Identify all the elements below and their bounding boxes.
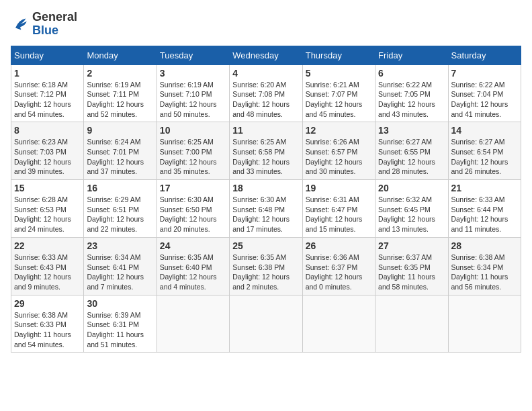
calendar-cell: 25 Sunrise: 6:35 AM Sunset: 6:38 PM Dayl… bbox=[230, 237, 302, 295]
day-info: Sunrise: 6:27 AM Sunset: 6:55 PM Dayligh… bbox=[378, 137, 445, 177]
day-number: 29 bbox=[14, 298, 81, 309]
weekday-header-saturday: Saturday bbox=[448, 46, 521, 64]
day-info: Sunrise: 6:25 AM Sunset: 7:00 PM Dayligh… bbox=[160, 137, 226, 177]
day-number: 10 bbox=[160, 125, 226, 136]
calendar-cell: 7 Sunrise: 6:22 AM Sunset: 7:04 PM Dayli… bbox=[448, 64, 521, 122]
day-info: Sunrise: 6:36 AM Sunset: 6:37 PM Dayligh… bbox=[306, 253, 372, 292]
day-info: Sunrise: 6:32 AM Sunset: 6:45 PM Dayligh… bbox=[378, 195, 445, 234]
calendar-cell: 28 Sunrise: 6:38 AM Sunset: 6:34 PM Dayl… bbox=[448, 237, 521, 295]
day-number: 27 bbox=[378, 240, 445, 251]
calendar-cell: 15 Sunrise: 6:28 AM Sunset: 6:53 PM Dayl… bbox=[11, 180, 84, 238]
day-info: Sunrise: 6:24 AM Sunset: 7:01 PM Dayligh… bbox=[87, 137, 153, 177]
calendar-cell: 22 Sunrise: 6:33 AM Sunset: 6:43 PM Dayl… bbox=[11, 237, 84, 295]
calendar-cell: 4 Sunrise: 6:20 AM Sunset: 7:08 PM Dayli… bbox=[230, 64, 302, 122]
logo-text: General Blue bbox=[32, 11, 77, 38]
calendar-cell: 27 Sunrise: 6:37 AM Sunset: 6:35 PM Dayl… bbox=[375, 237, 448, 295]
day-info: Sunrise: 6:26 AM Sunset: 6:57 PM Dayligh… bbox=[306, 137, 372, 177]
day-number: 30 bbox=[87, 298, 153, 309]
day-number: 21 bbox=[451, 183, 518, 193]
weekday-header-thursday: Thursday bbox=[302, 46, 375, 64]
calendar-cell: 10 Sunrise: 6:25 AM Sunset: 7:00 PM Dayl… bbox=[157, 122, 229, 180]
day-number: 16 bbox=[87, 183, 153, 193]
day-number: 7 bbox=[451, 68, 518, 79]
day-info: Sunrise: 6:35 AM Sunset: 6:38 PM Dayligh… bbox=[232, 253, 299, 292]
day-info: Sunrise: 6:21 AM Sunset: 7:07 PM Dayligh… bbox=[306, 80, 372, 120]
calendar-cell bbox=[448, 295, 521, 353]
day-number: 2 bbox=[87, 68, 153, 79]
logo-bird-icon bbox=[11, 15, 30, 34]
day-info: Sunrise: 6:34 AM Sunset: 6:41 PM Dayligh… bbox=[87, 253, 153, 292]
day-info: Sunrise: 6:20 AM Sunset: 7:08 PM Dayligh… bbox=[232, 80, 299, 120]
day-info: Sunrise: 6:28 AM Sunset: 6:53 PM Dayligh… bbox=[14, 195, 81, 234]
calendar-cell: 11 Sunrise: 6:25 AM Sunset: 6:58 PM Dayl… bbox=[230, 122, 302, 180]
weekday-header-sunday: Sunday bbox=[11, 46, 84, 64]
day-info: Sunrise: 6:22 AM Sunset: 7:04 PM Dayligh… bbox=[451, 80, 518, 120]
calendar-cell: 24 Sunrise: 6:35 AM Sunset: 6:40 PM Dayl… bbox=[157, 237, 229, 295]
day-number: 12 bbox=[306, 125, 372, 136]
day-info: Sunrise: 6:37 AM Sunset: 6:35 PM Dayligh… bbox=[378, 253, 445, 292]
day-number: 14 bbox=[451, 125, 518, 136]
calendar-cell: 8 Sunrise: 6:23 AM Sunset: 7:03 PM Dayli… bbox=[11, 122, 84, 180]
day-info: Sunrise: 6:23 AM Sunset: 7:03 PM Dayligh… bbox=[14, 137, 81, 177]
day-number: 13 bbox=[378, 125, 445, 136]
calendar-cell bbox=[375, 295, 448, 353]
day-number: 1 bbox=[14, 68, 81, 79]
day-info: Sunrise: 6:29 AM Sunset: 6:51 PM Dayligh… bbox=[87, 195, 153, 234]
calendar-cell: 30 Sunrise: 6:39 AM Sunset: 6:31 PM Dayl… bbox=[84, 295, 157, 353]
weekday-header-monday: Monday bbox=[84, 46, 157, 64]
day-info: Sunrise: 6:31 AM Sunset: 6:47 PM Dayligh… bbox=[306, 195, 372, 234]
calendar-cell: 12 Sunrise: 6:26 AM Sunset: 6:57 PM Dayl… bbox=[302, 122, 375, 180]
day-number: 17 bbox=[160, 183, 226, 193]
page-header: General Blue bbox=[11, 11, 521, 38]
calendar-cell: 1 Sunrise: 6:18 AM Sunset: 7:12 PM Dayli… bbox=[11, 64, 84, 122]
day-number: 22 bbox=[14, 240, 81, 251]
day-number: 9 bbox=[87, 125, 153, 136]
day-number: 15 bbox=[14, 183, 81, 193]
day-info: Sunrise: 6:19 AM Sunset: 7:11 PM Dayligh… bbox=[87, 80, 153, 120]
calendar-cell bbox=[230, 295, 302, 353]
calendar-cell bbox=[157, 295, 229, 353]
day-number: 4 bbox=[232, 68, 299, 79]
day-number: 18 bbox=[232, 183, 299, 193]
calendar-cell: 20 Sunrise: 6:32 AM Sunset: 6:45 PM Dayl… bbox=[375, 180, 448, 238]
day-info: Sunrise: 6:35 AM Sunset: 6:40 PM Dayligh… bbox=[160, 253, 226, 292]
day-number: 19 bbox=[306, 183, 372, 193]
calendar-cell: 19 Sunrise: 6:31 AM Sunset: 6:47 PM Dayl… bbox=[302, 180, 375, 238]
day-info: Sunrise: 6:19 AM Sunset: 7:10 PM Dayligh… bbox=[160, 80, 226, 120]
day-number: 23 bbox=[87, 240, 153, 251]
weekday-header-wednesday: Wednesday bbox=[230, 46, 302, 64]
day-number: 5 bbox=[306, 68, 372, 79]
day-number: 11 bbox=[232, 125, 299, 136]
day-info: Sunrise: 6:38 AM Sunset: 6:34 PM Dayligh… bbox=[451, 253, 518, 292]
calendar-cell bbox=[302, 295, 375, 353]
calendar-cell: 2 Sunrise: 6:19 AM Sunset: 7:11 PM Dayli… bbox=[84, 64, 157, 122]
day-number: 6 bbox=[378, 68, 445, 79]
day-number: 28 bbox=[451, 240, 518, 251]
day-info: Sunrise: 6:30 AM Sunset: 6:48 PM Dayligh… bbox=[232, 195, 299, 234]
day-info: Sunrise: 6:30 AM Sunset: 6:50 PM Dayligh… bbox=[160, 195, 226, 234]
day-info: Sunrise: 6:33 AM Sunset: 6:44 PM Dayligh… bbox=[451, 195, 518, 234]
day-info: Sunrise: 6:27 AM Sunset: 6:54 PM Dayligh… bbox=[451, 137, 518, 177]
calendar-cell: 18 Sunrise: 6:30 AM Sunset: 6:48 PM Dayl… bbox=[230, 180, 302, 238]
day-number: 24 bbox=[160, 240, 226, 251]
day-info: Sunrise: 6:33 AM Sunset: 6:43 PM Dayligh… bbox=[14, 253, 81, 292]
day-number: 20 bbox=[378, 183, 445, 193]
calendar-cell: 6 Sunrise: 6:22 AM Sunset: 7:05 PM Dayli… bbox=[375, 64, 448, 122]
logo: General Blue bbox=[11, 11, 77, 38]
calendar-cell: 29 Sunrise: 6:38 AM Sunset: 6:33 PM Dayl… bbox=[11, 295, 84, 353]
weekday-header-tuesday: Tuesday bbox=[157, 46, 229, 64]
calendar-cell: 21 Sunrise: 6:33 AM Sunset: 6:44 PM Dayl… bbox=[448, 180, 521, 238]
day-info: Sunrise: 6:25 AM Sunset: 6:58 PM Dayligh… bbox=[232, 137, 299, 177]
day-info: Sunrise: 6:39 AM Sunset: 6:31 PM Dayligh… bbox=[87, 310, 153, 350]
day-number: 25 bbox=[232, 240, 299, 251]
weekday-header-friday: Friday bbox=[375, 46, 448, 64]
calendar-cell: 3 Sunrise: 6:19 AM Sunset: 7:10 PM Dayli… bbox=[157, 64, 229, 122]
calendar-cell: 9 Sunrise: 6:24 AM Sunset: 7:01 PM Dayli… bbox=[84, 122, 157, 180]
calendar-cell: 17 Sunrise: 6:30 AM Sunset: 6:50 PM Dayl… bbox=[157, 180, 229, 238]
calendar-cell: 23 Sunrise: 6:34 AM Sunset: 6:41 PM Dayl… bbox=[84, 237, 157, 295]
calendar-table: SundayMondayTuesdayWednesdayThursdayFrid… bbox=[11, 46, 521, 353]
day-number: 8 bbox=[14, 125, 81, 136]
day-number: 26 bbox=[306, 240, 372, 251]
calendar-cell: 16 Sunrise: 6:29 AM Sunset: 6:51 PM Dayl… bbox=[84, 180, 157, 238]
day-number: 3 bbox=[160, 68, 226, 79]
